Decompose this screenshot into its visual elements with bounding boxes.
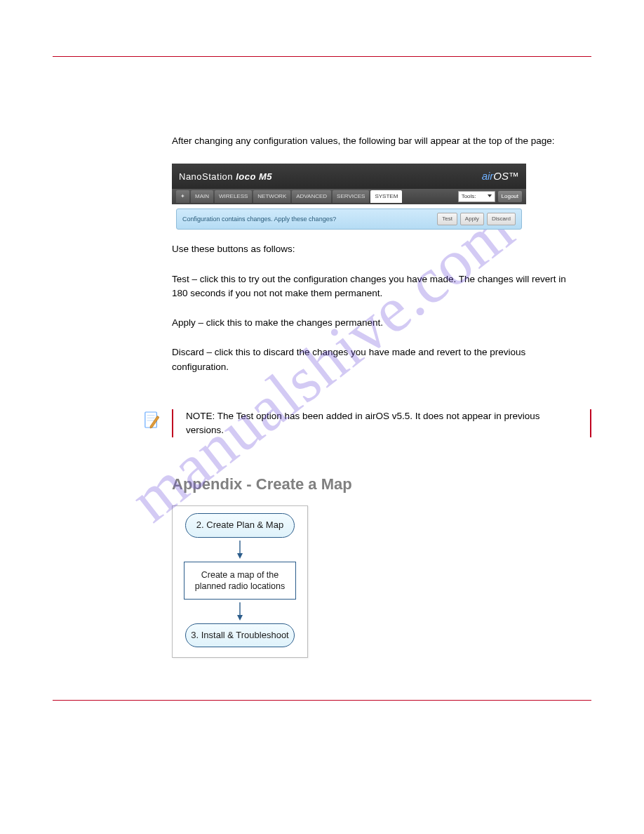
flow-step-2: 2. Create Plan & Map <box>185 513 295 537</box>
change-bar-right <box>590 409 591 438</box>
bullet-test: Test – click this to try out the configu… <box>172 272 577 301</box>
tab-wireless[interactable]: WIRELESS <box>215 190 252 203</box>
logout-button[interactable]: Logout <box>498 191 522 202</box>
tab-advanced[interactable]: ADVANCED <box>292 190 331 203</box>
appendix-heading: Appendix - Create a Map <box>172 472 577 496</box>
svg-marker-7 <box>237 615 243 621</box>
svg-marker-5 <box>237 553 243 559</box>
ss-brand: NanoStation loco M5 <box>179 170 272 184</box>
apply-button[interactable]: Apply <box>460 213 484 225</box>
ss-brand-prefix: NanoStation <box>179 171 233 182</box>
tab-main[interactable]: MAIN <box>191 190 213 203</box>
change-bar-left <box>172 409 173 438</box>
ss-brand-model: loco M5 <box>236 171 272 182</box>
note-icon <box>144 411 159 429</box>
tab-logo[interactable]: ✦ <box>176 190 189 203</box>
apply-changes-text: Configuration contains changes. Apply th… <box>182 215 336 225</box>
intro-paragraph: After changing any configuration values,… <box>172 134 577 148</box>
note-text: NOTE: The Test option has been added in … <box>186 409 583 438</box>
flow-mid-box: Create a map of the planned radio locati… <box>184 562 296 600</box>
discard-button[interactable]: Discard <box>487 213 516 225</box>
flowchart: 2. Create Plan & Map Create a map of the… <box>172 505 577 658</box>
apply-changes-bar: Configuration contains changes. Apply th… <box>176 208 522 230</box>
ss-os: OS <box>493 170 509 182</box>
airos-screenshot: NanoStation loco M5 airOS™ ✦ MAIN WIRELE… <box>172 164 526 230</box>
ss-titlebar: NanoStation loco M5 airOS™ <box>172 164 526 189</box>
bullet-discard: Discard – click this to discard the chan… <box>172 345 577 374</box>
arrow-2 <box>236 602 243 621</box>
flow-step-3: 3. Install & Troubleshoot <box>185 623 295 647</box>
tools-dropdown[interactable]: Tools: <box>458 191 495 202</box>
tab-services[interactable]: SERVICES <box>333 190 369 203</box>
arrow-1 <box>236 541 243 559</box>
bullet-apply: Apply – click this to make the changes p… <box>172 316 577 330</box>
top-rule <box>53 56 591 57</box>
ss-air: air <box>482 170 494 182</box>
tab-system[interactable]: SYSTEM <box>370 190 402 203</box>
ss-airos-logo: airOS™ <box>482 168 519 185</box>
ss-tabbar: ✦ MAIN WIRELESS NETWORK ADVANCED SERVICE… <box>172 189 526 204</box>
tab-network[interactable]: NETWORK <box>253 190 290 203</box>
buttons-paragraph: Use these buttons as follows: <box>172 242 577 256</box>
test-button[interactable]: Test <box>437 213 457 225</box>
bottom-rule <box>53 700 591 701</box>
